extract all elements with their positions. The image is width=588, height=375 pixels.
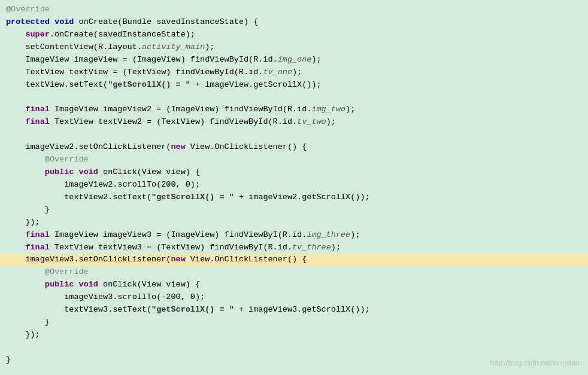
code-line-22: @Override — [0, 266, 588, 279]
code-line-15: imageView2.scrollTo(200, 0); — [0, 179, 588, 191]
code-line-1: @Override — [0, 4, 588, 16]
code-line-20: final TextView textView3 = (TextView) fi… — [0, 242, 588, 254]
code-line-11 — [0, 129, 588, 141]
code-line-2: protected void onCreate(Bundle savedInst… — [0, 16, 588, 29]
watermark: http://blog.csdn.net/xingxtao — [490, 358, 580, 369]
code-line-6: TextView textView = (TextView) findViewB… — [0, 66, 588, 79]
code-line-9: final ImageView imageView2 = (ImageView)… — [0, 103, 588, 116]
code-line-21: imageView3.setOnClickListener(new View.O… — [0, 254, 588, 266]
code-line-28 — [0, 342, 588, 354]
code-line-8 — [0, 91, 588, 103]
code-line-4: setContentView(R.layout.activity_main); — [0, 41, 588, 54]
code-line-19: final ImageView imageView3 = (ImageView)… — [0, 229, 588, 242]
code-line-5: ImageView imageView = (ImageView) findVi… — [0, 54, 588, 66]
code-line-10: final TextView textView2 = (TextView) fi… — [0, 116, 588, 129]
code-line-7: textView.setText("getScrollX() = " + ima… — [0, 79, 588, 92]
code-line-27: }); — [0, 329, 588, 342]
code-block: @Override protected void onCreate(Bundle… — [0, 0, 588, 375]
code-line-24: imageView3.scrollTo(-200, 0); — [0, 291, 588, 304]
code-line-18: }); — [0, 217, 588, 229]
code-line-25: textView3.setText("getScrollX() = " + im… — [0, 304, 588, 316]
code-line-3: super.onCreate(savedInstanceState); — [0, 29, 588, 41]
code-line-14: public void onClick(View view) { — [0, 166, 588, 179]
code-line-23: public void onClick(View view) { — [0, 279, 588, 291]
code-line-12: imageView2.setOnClickListener(new View.O… — [0, 141, 588, 154]
code-line-13: @Override — [0, 154, 588, 166]
code-line-26: } — [0, 316, 588, 329]
code-line-16: textView2.setText("getScrollX() = " + im… — [0, 191, 588, 204]
code-line-17: } — [0, 204, 588, 217]
